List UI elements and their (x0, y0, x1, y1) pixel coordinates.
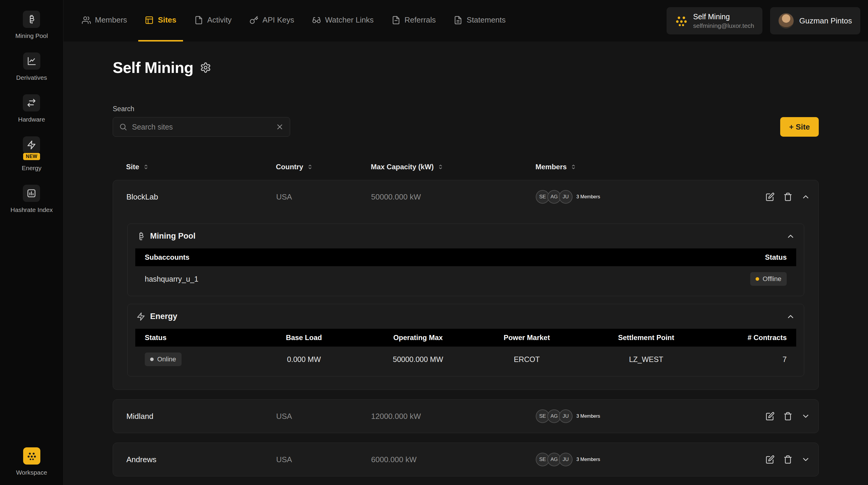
sort-icon[interactable] (143, 164, 149, 170)
subaccount-name: hashquarry_u_1 (145, 275, 198, 283)
energy-panel: Energy Status Base Load Operating Max Po… (127, 304, 804, 377)
offline-dot-icon (755, 277, 759, 281)
energy-header: Status Base Load Operating Max Power Mar… (135, 329, 796, 347)
members-count: 3 Members (577, 194, 600, 199)
edit-icon[interactable] (766, 192, 775, 201)
energy-panel-header[interactable]: Energy (128, 304, 804, 329)
tab-label: Watcher Links (325, 15, 374, 25)
member-avatars: SE AG JU (536, 190, 570, 204)
trash-icon[interactable] (783, 412, 793, 421)
site-capacity: 6000.000 kW (371, 455, 536, 464)
site-card-andrews: Andrews USA 6000.000 kW SE AG JU 3 Membe… (113, 443, 819, 476)
trash-icon[interactable] (783, 455, 793, 464)
table-row[interactable]: Midland USA 12000.000 kW SE AG JU 3 Memb… (113, 400, 818, 433)
activity-icon (194, 16, 203, 25)
workspace-email: selfmining@luxor.tech (693, 22, 754, 29)
members-count: 3 Members (577, 414, 600, 419)
table-row[interactable]: Andrews USA 6000.000 kW SE AG JU 3 Membe… (113, 443, 818, 476)
tab-sites[interactable]: Sites (138, 0, 183, 41)
blocklab-detail: Mining Pool Subaccounts Status hashquarr… (113, 214, 818, 390)
avatar: JU (559, 190, 572, 204)
site-card-midland: Midland USA 12000.000 kW SE AG JU 3 Memb… (113, 399, 819, 433)
tab-members[interactable]: Members (75, 0, 133, 41)
sites-icon (145, 16, 154, 25)
chevron-up-icon[interactable] (786, 312, 795, 321)
members-icon (82, 16, 91, 25)
avatar: JU (559, 453, 572, 466)
hardware-arrows-icon (23, 94, 40, 111)
site-country: USA (276, 192, 371, 202)
mining-pool-panel-header[interactable]: Mining Pool (128, 224, 804, 249)
api-keys-icon (249, 16, 258, 25)
energy-col-contracts: # Contracts (713, 333, 787, 342)
column-members: Members (535, 163, 567, 171)
subaccounts-header: Subaccounts Status (135, 249, 796, 266)
sidebar-item-hardware[interactable]: Hardware (18, 94, 45, 123)
chevron-down-icon[interactable] (801, 412, 810, 421)
tab-label: Referrals (405, 15, 436, 25)
search-icon (119, 123, 127, 131)
clear-x-icon[interactable] (276, 123, 284, 131)
status-badge: Offline (750, 272, 787, 286)
workspace-name: Self Mining (693, 12, 754, 21)
tab-label: Sites (158, 15, 176, 25)
energy-row[interactable]: Online 0.000 MW 50000.000 MW ERCOT LZ_WE… (135, 347, 796, 372)
site-card-blocklab: BlockLab USA 50000.000 kW SE AG JU 3 Mem… (113, 180, 819, 390)
sidebar-item-label: Hardware (18, 116, 45, 123)
hashrate-bars-icon (23, 185, 40, 202)
edit-icon[interactable] (766, 412, 775, 421)
energy-power-market: ERCOT (474, 355, 580, 364)
page-title: Self Mining (113, 59, 193, 76)
settings-gear-icon[interactable] (200, 62, 211, 73)
sidebar-item-mining-pool[interactable]: Mining Pool (16, 11, 48, 39)
panel-title: Mining Pool (150, 231, 195, 241)
column-country: Country (276, 163, 303, 171)
sidebar-item-hashrate-index[interactable]: Hashrate Index (10, 185, 53, 214)
energy-col-operating-max: Operating Max (362, 333, 474, 342)
site-capacity: 50000.000 kW (371, 192, 536, 202)
referrals-icon (392, 16, 401, 25)
sidebar-item-energy[interactable]: NEW Energy (22, 136, 41, 172)
tab-statements[interactable]: Statements (447, 0, 512, 41)
site-capacity: 12000.000 kW (371, 412, 536, 421)
energy-bolt-icon (136, 312, 145, 321)
user-name: Guzman Pintos (799, 16, 852, 26)
search-box (113, 117, 290, 137)
main-area: Members Sites Activity API Keys Watcher … (63, 0, 868, 485)
edit-icon[interactable] (766, 455, 775, 464)
tab-label: API Keys (262, 15, 294, 25)
sort-icon[interactable] (437, 164, 444, 170)
user-avatar (778, 13, 794, 28)
tab-api-keys[interactable]: API Keys (243, 0, 301, 41)
table-row[interactable]: BlockLab USA 50000.000 kW SE AG JU 3 Mem… (113, 180, 818, 214)
avatar: JU (559, 410, 572, 423)
tab-activity[interactable]: Activity (188, 0, 238, 41)
search-input[interactable] (132, 123, 271, 131)
sort-icon[interactable] (307, 164, 313, 170)
trash-icon[interactable] (783, 192, 793, 201)
bitcoin-icon (136, 232, 145, 241)
statements-icon (454, 16, 463, 25)
chevron-down-icon[interactable] (801, 455, 810, 464)
sort-icon[interactable] (570, 164, 577, 170)
energy-col-power-market: Power Market (474, 333, 580, 342)
chevron-up-icon[interactable] (801, 192, 810, 201)
add-site-button[interactable]: + Site (780, 117, 819, 137)
energy-col-base-load: Base Load (246, 333, 362, 342)
tab-watcher-links[interactable]: Watcher Links (306, 0, 380, 41)
user-menu[interactable]: Guzman Pintos (770, 7, 860, 34)
workspace-switcher[interactable]: Self Mining selfmining@luxor.tech (666, 7, 763, 34)
sidebar-item-derivatives[interactable]: Derivatives (16, 53, 47, 81)
tab-referrals[interactable]: Referrals (385, 0, 442, 41)
members-count: 3 Members (577, 457, 600, 462)
energy-col-settlement-point: Settlement Point (580, 333, 713, 342)
sidebar-item-workspace[interactable]: Workspace (16, 447, 47, 476)
members-cell: SE AG JU 3 Members (536, 410, 742, 423)
chevron-up-icon[interactable] (786, 232, 795, 241)
subaccount-row[interactable]: hashquarry_u_1 Offline (135, 266, 796, 292)
sidebar-item-label: Derivatives (16, 74, 47, 81)
site-name: Andrews (126, 455, 276, 464)
top-navigation: Members Sites Activity API Keys Watcher … (63, 0, 868, 41)
site-country: USA (276, 455, 371, 464)
energy-settlement-point: LZ_WEST (580, 355, 713, 364)
